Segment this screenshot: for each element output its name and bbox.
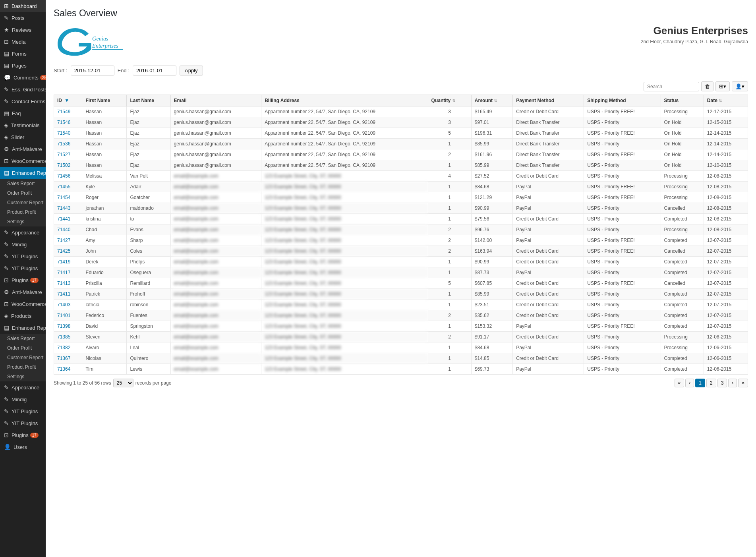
sidebar-item-pages[interactable]: ▤ Pages <box>0 60 46 72</box>
col-id[interactable]: ID ▼ <box>54 95 82 106</box>
sidebar-sub-order-profit-1[interactable]: Order Profit <box>0 188 46 198</box>
sidebar-item-reviews[interactable]: ★ Reviews <box>0 24 46 36</box>
posts-icon: ✎ <box>4 15 9 21</box>
order-link[interactable]: 71440 <box>57 227 70 232</box>
col-amount[interactable]: Amount ⇅ <box>471 95 512 106</box>
end-date-input[interactable] <box>133 66 176 75</box>
sidebar-item-anti-malware-2[interactable]: ⚙ Anti-Malware <box>0 286 46 298</box>
sidebar-item-appearance-1[interactable]: ✎ Appearance <box>0 226 46 238</box>
order-link[interactable]: 71367 <box>57 356 70 361</box>
enhanced-reports-submenu-2: Sales Report Order Profit Customer Repor… <box>0 334 46 381</box>
order-link[interactable]: 71403 <box>57 302 70 308</box>
sidebar-item-anti-malware[interactable]: ⚙ Anti-Malware <box>0 143 46 155</box>
sidebar-item-testimonials[interactable]: ◈ Testimonials <box>0 119 46 131</box>
cell-address: 123 Example Street, City, ST, 00000 <box>261 203 428 214</box>
apply-button[interactable]: Apply <box>180 66 203 75</box>
col-payment-method[interactable]: Payment Method <box>513 95 584 106</box>
page-next-btn[interactable]: › <box>728 379 737 387</box>
sidebar-item-appearance-2[interactable]: ✎ Appearance <box>0 381 46 393</box>
sidebar-item-yit-plugins-4[interactable]: ✎ YIT Plugins <box>0 417 46 429</box>
sidebar-item-mindig-1[interactable]: ✎ Mindig <box>0 238 46 250</box>
sidebar-sub-settings-1[interactable]: Settings <box>0 217 46 226</box>
page-first-btn[interactable]: « <box>675 379 684 387</box>
sidebar-item-users[interactable]: 👤 Users <box>0 441 46 453</box>
export-button[interactable]: 👤▾ <box>732 81 748 91</box>
page-1-btn[interactable]: 1 <box>695 379 705 387</box>
order-link[interactable]: 71364 <box>57 366 70 372</box>
order-link[interactable]: 71456 <box>57 173 70 179</box>
page-2-btn[interactable]: 2 <box>706 379 716 387</box>
order-link[interactable]: 71502 <box>57 162 70 168</box>
order-link[interactable]: 71385 <box>57 334 70 340</box>
cell-email: genius.hassan@gmail.com <box>170 128 261 139</box>
order-link[interactable]: 71427 <box>57 238 70 243</box>
sidebar-item-comments[interactable]: 💬 Comments 25 <box>0 72 46 83</box>
sidebar-item-plugins-2[interactable]: ⊡ Plugins 17 <box>0 429 46 441</box>
order-link[interactable]: 71546 <box>57 120 70 125</box>
delete-button[interactable]: 🗑 <box>701 81 713 91</box>
order-link[interactable]: 71540 <box>57 130 70 136</box>
order-link[interactable]: 71417 <box>57 270 70 275</box>
sidebar-item-products[interactable]: ◈ Products <box>0 310 46 322</box>
page-last-btn[interactable]: » <box>738 379 748 387</box>
sidebar-item-enhanced-reports-1[interactable]: ▤ Enhanced Reports <box>0 167 46 179</box>
order-link[interactable]: 71455 <box>57 184 70 190</box>
col-quantity[interactable]: Quantity ⇅ <box>428 95 471 106</box>
sidebar-item-contact-forms[interactable]: ✎ Contact Forms <box>0 95 46 107</box>
cell-first-name: latricia <box>82 300 127 310</box>
cell-address: 123 Example Street, City, ST, 00000 <box>261 321 428 332</box>
order-link[interactable]: 71454 <box>57 195 70 200</box>
columns-button[interactable]: ⊞▾ <box>715 81 730 91</box>
page-3-btn[interactable]: 3 <box>717 379 727 387</box>
sidebar-sub-sales-report-2[interactable]: Sales Report <box>0 334 46 343</box>
sidebar-item-posts[interactable]: ✎ Posts <box>0 12 46 24</box>
order-link[interactable]: 71419 <box>57 259 70 265</box>
sidebar-item-woocommerce[interactable]: ⊡ WooCommerce <box>0 155 46 167</box>
sidebar-item-yit-plugins-2[interactable]: ✎ YIT Plugins <box>0 262 46 274</box>
col-first-name[interactable]: First Name <box>82 95 127 106</box>
col-email[interactable]: Email <box>170 95 261 106</box>
sidebar-sub-product-profit-2[interactable]: Product Profit <box>0 362 46 372</box>
order-link[interactable]: 71413 <box>57 280 70 286</box>
order-link[interactable]: 71425 <box>57 248 70 254</box>
order-link[interactable]: 71549 <box>57 109 70 114</box>
sidebar-item-enhanced-reports-2[interactable]: ▤ Enhanced Reports <box>0 322 46 334</box>
sidebar-item-faq[interactable]: ▤ Faq <box>0 107 46 119</box>
order-link[interactable]: 71441 <box>57 216 70 222</box>
sidebar-sub-customer-report-1[interactable]: Customer Report <box>0 198 46 207</box>
col-date[interactable]: Date ⇅ <box>704 95 748 106</box>
order-link[interactable]: 71398 <box>57 323 70 329</box>
sidebar-item-yit-plugins-1[interactable]: ✎ YIT Plugins <box>0 250 46 262</box>
sidebar-sub-product-profit-1[interactable]: Product Profit <box>0 207 46 217</box>
sidebar-item-plugins-1[interactable]: ⊡ Plugins 17 <box>0 274 46 286</box>
order-link[interactable]: 71443 <box>57 205 70 211</box>
sidebar-sub-customer-report-2[interactable]: Customer Report <box>0 353 46 362</box>
sidebar-item-dashboard[interactable]: ⊞ Dashboard <box>0 0 46 12</box>
cell-date: 12-07-2015 <box>704 235 748 246</box>
per-page-select[interactable]: 25 50 100 <box>113 379 133 387</box>
sidebar-item-slider[interactable]: ◈ Slider <box>0 131 46 143</box>
page-prev-btn[interactable]: ‹ <box>685 379 694 387</box>
order-link[interactable]: 71401 <box>57 313 70 318</box>
search-input[interactable] <box>644 82 699 91</box>
sidebar-item-woocommerce-2[interactable]: ⊡ WooCommerce <box>0 298 46 310</box>
sidebar-item-yit-plugins-3[interactable]: ✎ YIT Plugins <box>0 405 46 417</box>
sidebar-item-forms[interactable]: ▤ Forms <box>0 48 46 60</box>
order-link[interactable]: 71536 <box>57 141 70 147</box>
table-row: 71385 Steven Kehl email@example.com 123 … <box>54 332 748 342</box>
table-row: 71549 Hassan Ejaz genius.hassan@gmail.co… <box>54 106 748 117</box>
col-shipping-method[interactable]: Shipping Method <box>584 95 661 106</box>
sidebar-sub-settings-2[interactable]: Settings <box>0 372 46 381</box>
col-last-name[interactable]: Last Name <box>127 95 170 106</box>
sidebar-sub-order-profit-2[interactable]: Order Profit <box>0 343 46 353</box>
col-billing-address[interactable]: Billing Address <box>261 95 428 106</box>
sidebar-item-media[interactable]: ⊡ Media <box>0 36 46 48</box>
order-link[interactable]: 71382 <box>57 345 70 350</box>
order-link[interactable]: 71411 <box>57 291 70 297</box>
order-link[interactable]: 71527 <box>57 152 70 157</box>
sidebar-item-mindig-2[interactable]: ✎ Mindig <box>0 393 46 405</box>
col-status[interactable]: Status <box>661 95 704 106</box>
sidebar-sub-sales-report-1[interactable]: Sales Report <box>0 179 46 188</box>
sidebar-item-ess-grid[interactable]: ✎ Ess. Grid Posts <box>0 83 46 95</box>
start-date-input[interactable] <box>71 66 114 75</box>
